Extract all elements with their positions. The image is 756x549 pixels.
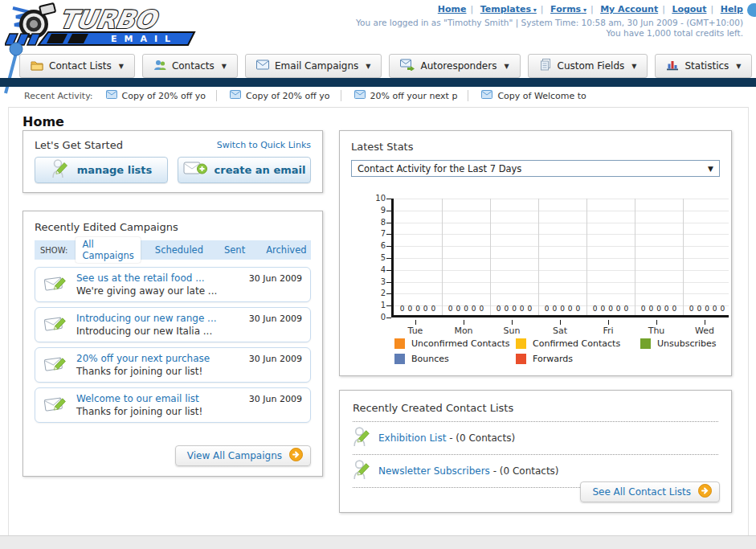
legend-swatch (394, 338, 405, 349)
recent-contact-lists-panel: Recently Created Contact Lists Exhibitio… (339, 390, 732, 513)
y-axis-tick-label: 6 (368, 241, 386, 250)
dotted-divider (353, 421, 718, 422)
latest-stats-title: Latest Stats (351, 141, 720, 153)
contact-list-detail: - (0 Contacts) (449, 432, 515, 444)
recent-activity-item[interactable]: Copy of Welcome to (481, 90, 596, 101)
nav-item: My Account| (600, 4, 672, 14)
get-started-title: Let's Get Started (35, 139, 123, 151)
chevron-down-icon: ▼ (708, 165, 713, 173)
value-labels-mon: 00000 (442, 305, 490, 313)
navy-divider-bar (0, 78, 756, 87)
edit-email-icon (43, 393, 68, 417)
turbo-logo-graphic: TURBO EMAIL (5, 2, 202, 48)
tab-autoresponders[interactable]: Autoresponders ▼ (389, 54, 520, 78)
legend-item-confirmed-contacts: Confirmed Contacts (516, 338, 640, 349)
view-all-campaigns-button[interactable]: View All Campaigns (175, 445, 311, 466)
nav-separator: | (662, 4, 665, 14)
edit-contact-icon (353, 426, 371, 450)
session-info: You are logged in as "Timothy Smith" | S… (356, 18, 743, 27)
campaign-row[interactable]: See us at the retail food ... We're givi… (35, 267, 311, 302)
chevron-down-icon: ▾ (531, 6, 537, 14)
value-labels-sun: 00000 (490, 305, 538, 313)
contact-lists-icon (31, 59, 43, 73)
campaign-row[interactable]: 20% off your next purchase Thanks for jo… (35, 347, 311, 383)
stats-period-select[interactable]: Contact Activity for the Last 7 Days ▼ (351, 160, 720, 177)
contacts-icon (153, 59, 166, 73)
campaign-title-link[interactable]: Introducing our new range ... (76, 313, 217, 325)
latest-stats-panel: Latest Stats Contact Activity for the La… (339, 130, 732, 376)
contact-list-link-newsletter-subscribers[interactable]: Newsletter Subscribers (378, 465, 490, 477)
y-axis-tick-label: 4 (368, 265, 386, 274)
y-axis-tick-label: 1 (368, 301, 386, 309)
legend-swatch (516, 354, 526, 364)
campaign-title-link[interactable]: Welcome to our email list (76, 393, 202, 405)
nav-link-logout[interactable]: Logout (672, 4, 706, 14)
see-all-contact-lists-label: See All Contact Lists (592, 486, 691, 498)
y-axis-tick-label: 2 (368, 289, 386, 297)
y-axis-tick-label: 7 (368, 229, 386, 238)
legend-item-bounces: Bounces (394, 354, 516, 364)
contact-list-link-exhibition-list[interactable]: Exhibition List (378, 432, 446, 444)
legend-swatch (640, 338, 651, 349)
recent-activity-item[interactable]: Copy of 20% off yo (106, 90, 218, 101)
value-labels-fri: 00000 (586, 305, 635, 313)
get-started-panel: Let's Get Started Switch to Quick Links … (22, 130, 323, 193)
campaign-row[interactable]: Welcome to our email list Thanks for joi… (35, 387, 311, 423)
recent-activity-item[interactable]: Copy of 20% off yo (230, 90, 341, 101)
campaign-title-link[interactable]: 20% off your next purchase (76, 353, 210, 365)
logo-email-bar: EMAIL (5, 32, 194, 45)
switch-to-quick-links-link[interactable]: Switch to Quick Links (217, 140, 311, 150)
header-nav: Home| Templates ▾| Forms ▾| My Account| … (438, 4, 743, 14)
filter-scheduled[interactable]: Scheduled (149, 243, 210, 257)
chart-plot-area: 0123456789100000000000000000000000000000… (391, 199, 729, 318)
nav-link-forms[interactable]: Forms ▾ (550, 4, 586, 14)
filter-archived[interactable]: Archived (259, 243, 313, 257)
nav-link-templates[interactable]: Templates ▾ (480, 4, 537, 14)
get-started-buttons: manage lists create an email (23, 157, 322, 183)
see-all-contact-lists-button[interactable]: See All Contact Lists (580, 481, 720, 502)
edit-email-icon (43, 353, 68, 377)
chevron-down-icon: ▼ (736, 63, 741, 70)
y-axis-tick-label: 5 (368, 253, 386, 262)
filter-sent[interactable]: Sent (218, 243, 251, 257)
edit-email-icon (43, 313, 68, 337)
nav-link-help[interactable]: Help (721, 4, 743, 14)
tab-statistics[interactable]: Statistics ▼ (655, 54, 752, 78)
nav-separator: | (710, 4, 713, 14)
campaign-date: 30 Jun 2009 (249, 273, 302, 284)
logo-subtitle-text: EMAIL (111, 34, 178, 44)
campaign-row[interactable]: Introducing our new range ... Introducin… (35, 307, 311, 342)
app-page: TURBO EMAIL Home| Templates ▾| Forms ▾| (0, 0, 756, 549)
tab-custom-fields[interactable]: Custom Fields ▼ (528, 54, 648, 78)
chevron-down-icon: ▼ (504, 63, 509, 70)
tab-contacts[interactable]: Contacts ▼ (142, 54, 238, 78)
recent-campaigns-title: Recently Edited Campaigns (35, 221, 311, 233)
recent-campaigns-panel: Recently Edited Campaigns SHOW: All Camp… (22, 211, 323, 477)
manage-lists-button[interactable]: manage lists (35, 157, 168, 183)
chevron-down-icon: ▼ (631, 63, 636, 70)
nav-separator: | (590, 4, 594, 14)
help-balloon-icon[interactable] (747, 3, 756, 17)
tab-contact-lists[interactable]: Contact Lists ▼ (19, 54, 135, 78)
create-email-icon (183, 160, 207, 180)
chevron-down-icon: ▼ (119, 63, 124, 70)
tab-email-campaigns[interactable]: Email Campaigns ▼ (245, 54, 382, 78)
legend-swatch (516, 338, 526, 349)
page-title: Home (22, 114, 64, 129)
campaign-date: 30 Jun 2009 (249, 394, 302, 404)
filter-all-campaigns[interactable]: All Campaigns (76, 237, 140, 263)
campaign-subtitle: We're giving away our late ... (76, 285, 217, 297)
campaign-date: 30 Jun 2009 (249, 313, 302, 324)
legend-swatch (394, 354, 405, 364)
content-right-border (748, 107, 749, 535)
nav-link-my-account[interactable]: My Account (600, 4, 658, 14)
create-an-email-button[interactable]: create an email (178, 157, 311, 183)
recent-activity-item[interactable]: 20% off your next p (354, 90, 469, 101)
chevron-down-icon: ▼ (222, 63, 227, 70)
footer-strip (0, 535, 756, 549)
nav-link-home[interactable]: Home (438, 4, 467, 14)
campaign-title-link[interactable]: See us at the retail food ... (76, 272, 217, 285)
dotted-divider (353, 454, 718, 455)
show-label: SHOW: (40, 246, 67, 255)
logo-title-text: TURBO (57, 5, 161, 34)
